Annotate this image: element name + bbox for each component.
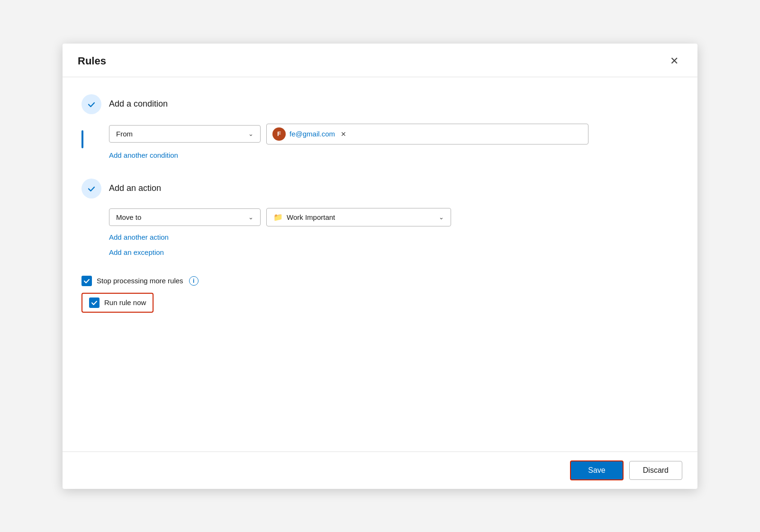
from-dropdown-label: From: [116, 130, 133, 138]
add-exception-link[interactable]: Add an exception: [109, 248, 164, 256]
moveto-dropdown-arrow: ⌄: [248, 214, 253, 221]
add-condition-link-wrap: Add another condition: [109, 151, 679, 160]
stop-processing-wrapper: Stop processing more rules: [81, 276, 183, 286]
blue-accent-bar: [81, 130, 83, 148]
from-dropdown[interactable]: From ⌄: [109, 125, 261, 143]
add-action-link-wrap: Add another action: [109, 233, 679, 242]
condition-section-title: Add a condition: [109, 99, 168, 109]
condition-section-header: Add a condition: [81, 94, 679, 114]
condition-wrap: From ⌄ F fe@gmail.com ✕ Add another cond…: [81, 124, 679, 160]
folder-icon: 📁: [273, 213, 283, 222]
from-dropdown-arrow: ⌄: [248, 130, 253, 137]
condition-section: Add a condition From ⌄ F fe@gmail.co: [81, 94, 679, 160]
run-rule-label: Run rule now: [104, 298, 146, 307]
discard-button[interactable]: Discard: [629, 461, 682, 480]
action-section-title: Add an action: [109, 183, 161, 193]
close-button[interactable]: ✕: [666, 53, 682, 69]
action-row: Move to ⌄ 📁 Work Important ⌄: [109, 208, 679, 226]
stop-processing-label: Stop processing more rules: [97, 277, 183, 285]
condition-row: From ⌄ F fe@gmail.com ✕: [109, 124, 679, 144]
run-rule-box[interactable]: Run rule now: [81, 293, 154, 313]
dialog-body: Add a condition From ⌄ F fe@gmail.co: [63, 77, 697, 451]
checkboxes-section: Stop processing more rules i Run rule no…: [81, 276, 679, 313]
add-condition-link[interactable]: Add another condition: [109, 151, 178, 159]
email-tag-close-icon[interactable]: ✕: [341, 130, 346, 138]
folder-dropdown[interactable]: 📁 Work Important ⌄: [266, 208, 451, 226]
action-section-header: Add an action: [81, 179, 679, 198]
condition-check-icon: [81, 94, 101, 114]
stop-processing-info-icon[interactable]: i: [189, 276, 199, 286]
dialog-title: Rules: [78, 55, 106, 67]
add-action-link[interactable]: Add another action: [109, 233, 169, 241]
stop-processing-row: Stop processing more rules i: [81, 276, 679, 286]
moveto-dropdown-label: Move to: [116, 213, 141, 221]
email-input-box[interactable]: F fe@gmail.com ✕: [266, 124, 588, 144]
folder-dropdown-label: Work Important: [287, 213, 335, 221]
run-rule-checkbox[interactable]: [89, 298, 100, 308]
rules-dialog: Rules ✕ Add a condition From: [63, 44, 697, 489]
run-rule-row: Run rule now: [81, 293, 679, 313]
save-button[interactable]: Save: [570, 460, 623, 480]
dialog-footer: Save Discard: [63, 451, 697, 489]
stop-processing-checkbox[interactable]: [81, 276, 92, 286]
dialog-header: Rules ✕: [63, 44, 697, 77]
folder-dropdown-arrow: ⌄: [439, 214, 444, 221]
email-avatar: F: [272, 127, 286, 141]
moveto-dropdown[interactable]: Move to ⌄: [109, 208, 261, 226]
email-tag-text: fe@gmail.com: [290, 130, 335, 138]
add-exception-link-wrap: Add an exception: [109, 248, 679, 257]
action-check-icon: [81, 179, 101, 198]
action-section: Add an action Move to ⌄ 📁 Work Important…: [81, 179, 679, 257]
